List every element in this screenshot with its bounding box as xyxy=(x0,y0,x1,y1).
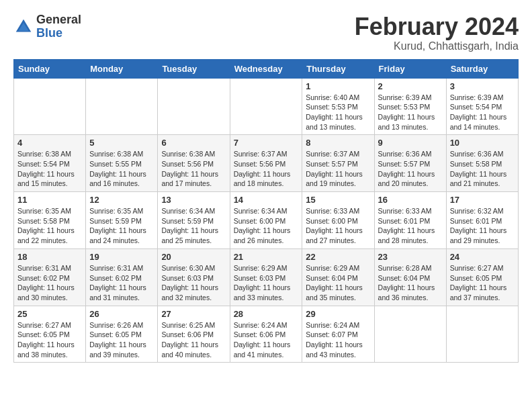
calendar-header-friday: Friday xyxy=(374,59,446,78)
day-info: Sunrise: 6:29 AM Sunset: 6:03 PM Dayligh… xyxy=(234,263,299,303)
day-info: Sunrise: 6:28 AM Sunset: 6:04 PM Dayligh… xyxy=(378,263,443,303)
logo-blue-text: Blue xyxy=(36,27,81,40)
calendar-cell xyxy=(446,306,518,363)
calendar-week-3: 11Sunrise: 6:35 AM Sunset: 5:58 PM Dayli… xyxy=(14,192,519,249)
calendar-cell xyxy=(230,78,302,135)
day-number: 7 xyxy=(234,138,299,148)
day-number: 10 xyxy=(450,138,515,148)
day-info: Sunrise: 6:33 AM Sunset: 6:01 PM Dayligh… xyxy=(378,206,443,246)
calendar-cell: 13Sunrise: 6:34 AM Sunset: 5:59 PM Dayli… xyxy=(158,192,230,249)
calendar-week-5: 25Sunrise: 6:27 AM Sunset: 6:05 PM Dayli… xyxy=(14,306,519,363)
day-number: 28 xyxy=(234,309,299,319)
day-info: Sunrise: 6:36 AM Sunset: 5:58 PM Dayligh… xyxy=(450,149,515,189)
day-number: 6 xyxy=(161,138,226,148)
day-info: Sunrise: 6:38 AM Sunset: 5:56 PM Dayligh… xyxy=(161,149,226,189)
day-number: 22 xyxy=(306,252,370,262)
day-info: Sunrise: 6:31 AM Sunset: 6:02 PM Dayligh… xyxy=(17,263,82,303)
day-number: 13 xyxy=(161,195,226,205)
logo-text: General Blue xyxy=(36,13,81,40)
calendar-cell xyxy=(374,306,446,363)
calendar-cell xyxy=(14,78,86,135)
day-info: Sunrise: 6:26 AM Sunset: 6:05 PM Dayligh… xyxy=(89,320,154,360)
calendar-cell: 23Sunrise: 6:28 AM Sunset: 6:04 PM Dayli… xyxy=(374,248,446,306)
calendar-cell: 4Sunrise: 6:38 AM Sunset: 5:54 PM Daylig… xyxy=(14,135,86,192)
day-number: 17 xyxy=(450,195,515,205)
day-info: Sunrise: 6:38 AM Sunset: 5:54 PM Dayligh… xyxy=(17,149,82,189)
day-info: Sunrise: 6:40 AM Sunset: 5:53 PM Dayligh… xyxy=(306,93,370,132)
logo-icon xyxy=(13,17,34,37)
day-number: 4 xyxy=(17,138,82,148)
day-number: 1 xyxy=(306,81,370,91)
day-number: 19 xyxy=(89,252,154,262)
calendar-cell: 16Sunrise: 6:33 AM Sunset: 6:01 PM Dayli… xyxy=(374,192,446,249)
title-area: February 2024 Kurud, Chhattisgarh, India xyxy=(355,13,519,52)
day-info: Sunrise: 6:29 AM Sunset: 6:04 PM Dayligh… xyxy=(306,263,370,303)
calendar-table: SundayMondayTuesdayWednesdayThursdayFrid… xyxy=(13,59,519,363)
calendar-cell: 12Sunrise: 6:35 AM Sunset: 5:59 PM Dayli… xyxy=(86,192,158,249)
day-info: Sunrise: 6:24 AM Sunset: 6:07 PM Dayligh… xyxy=(306,320,370,360)
calendar-header-monday: Monday xyxy=(86,59,158,78)
day-info: Sunrise: 6:34 AM Sunset: 6:00 PM Dayligh… xyxy=(234,206,299,246)
day-number: 24 xyxy=(450,252,515,262)
calendar-header-saturday: Saturday xyxy=(446,59,518,78)
day-info: Sunrise: 6:37 AM Sunset: 5:56 PM Dayligh… xyxy=(234,149,299,189)
calendar-header-sunday: Sunday xyxy=(14,59,86,78)
calendar-cell: 8Sunrise: 6:37 AM Sunset: 5:57 PM Daylig… xyxy=(302,135,374,192)
calendar-cell xyxy=(86,78,158,135)
calendar-cell: 26Sunrise: 6:26 AM Sunset: 6:05 PM Dayli… xyxy=(86,306,158,363)
calendar-header-wednesday: Wednesday xyxy=(230,59,302,78)
calendar-cell: 2Sunrise: 6:39 AM Sunset: 5:53 PM Daylig… xyxy=(374,78,446,135)
day-number: 9 xyxy=(378,138,443,148)
day-info: Sunrise: 6:37 AM Sunset: 5:57 PM Dayligh… xyxy=(306,149,370,189)
calendar-cell: 25Sunrise: 6:27 AM Sunset: 6:05 PM Dayli… xyxy=(14,306,86,363)
location-subtitle: Kurud, Chhattisgarh, India xyxy=(355,40,519,52)
day-info: Sunrise: 6:39 AM Sunset: 5:54 PM Dayligh… xyxy=(450,93,515,132)
calendar-cell: 29Sunrise: 6:24 AM Sunset: 6:07 PM Dayli… xyxy=(302,306,374,363)
day-number: 2 xyxy=(378,81,443,91)
calendar-cell: 6Sunrise: 6:38 AM Sunset: 5:56 PM Daylig… xyxy=(158,135,230,192)
day-info: Sunrise: 6:34 AM Sunset: 5:59 PM Dayligh… xyxy=(161,206,226,246)
day-info: Sunrise: 6:39 AM Sunset: 5:53 PM Dayligh… xyxy=(378,93,443,132)
calendar-cell: 5Sunrise: 6:38 AM Sunset: 5:55 PM Daylig… xyxy=(86,135,158,192)
day-number: 23 xyxy=(378,252,443,262)
calendar-cell: 3Sunrise: 6:39 AM Sunset: 5:54 PM Daylig… xyxy=(446,78,518,135)
day-number: 29 xyxy=(306,309,370,319)
day-number: 16 xyxy=(378,195,443,205)
day-number: 11 xyxy=(17,195,82,205)
calendar-cell: 20Sunrise: 6:30 AM Sunset: 6:03 PM Dayli… xyxy=(158,248,230,306)
day-info: Sunrise: 6:32 AM Sunset: 6:01 PM Dayligh… xyxy=(450,206,515,246)
calendar-cell: 9Sunrise: 6:36 AM Sunset: 5:57 PM Daylig… xyxy=(374,135,446,192)
day-info: Sunrise: 6:27 AM Sunset: 6:05 PM Dayligh… xyxy=(17,320,82,360)
day-number: 25 xyxy=(17,309,82,319)
calendar-cell: 28Sunrise: 6:24 AM Sunset: 6:06 PM Dayli… xyxy=(230,306,302,363)
month-title: February 2024 xyxy=(355,13,519,40)
calendar-cell: 10Sunrise: 6:36 AM Sunset: 5:58 PM Dayli… xyxy=(446,135,518,192)
calendar-cell: 21Sunrise: 6:29 AM Sunset: 6:03 PM Dayli… xyxy=(230,248,302,306)
calendar-week-2: 4Sunrise: 6:38 AM Sunset: 5:54 PM Daylig… xyxy=(14,135,519,192)
day-number: 14 xyxy=(234,195,299,205)
calendar-week-4: 18Sunrise: 6:31 AM Sunset: 6:02 PM Dayli… xyxy=(14,248,519,306)
day-number: 3 xyxy=(450,81,515,91)
day-info: Sunrise: 6:31 AM Sunset: 6:02 PM Dayligh… xyxy=(89,263,154,303)
calendar-cell: 14Sunrise: 6:34 AM Sunset: 6:00 PM Dayli… xyxy=(230,192,302,249)
calendar-cell: 17Sunrise: 6:32 AM Sunset: 6:01 PM Dayli… xyxy=(446,192,518,249)
calendar-cell: 19Sunrise: 6:31 AM Sunset: 6:02 PM Dayli… xyxy=(86,248,158,306)
day-info: Sunrise: 6:35 AM Sunset: 5:59 PM Dayligh… xyxy=(89,206,154,246)
day-info: Sunrise: 6:38 AM Sunset: 5:55 PM Dayligh… xyxy=(89,149,154,189)
day-number: 15 xyxy=(306,195,370,205)
calendar-cell: 1Sunrise: 6:40 AM Sunset: 5:53 PM Daylig… xyxy=(302,78,374,135)
calendar-cell: 7Sunrise: 6:37 AM Sunset: 5:56 PM Daylig… xyxy=(230,135,302,192)
day-number: 5 xyxy=(89,138,154,148)
day-number: 8 xyxy=(306,138,370,148)
calendar-header-row: SundayMondayTuesdayWednesdayThursdayFrid… xyxy=(14,59,519,78)
day-info: Sunrise: 6:27 AM Sunset: 6:05 PM Dayligh… xyxy=(450,263,515,303)
day-number: 27 xyxy=(161,309,226,319)
header: General Blue February 2024 Kurud, Chhatt… xyxy=(13,13,519,52)
calendar-cell: 22Sunrise: 6:29 AM Sunset: 6:04 PM Dayli… xyxy=(302,248,374,306)
day-number: 20 xyxy=(161,252,226,262)
calendar-cell: 24Sunrise: 6:27 AM Sunset: 6:05 PM Dayli… xyxy=(446,248,518,306)
day-info: Sunrise: 6:33 AM Sunset: 6:00 PM Dayligh… xyxy=(306,206,370,246)
logo-general-text: General xyxy=(36,13,81,27)
calendar-cell: 18Sunrise: 6:31 AM Sunset: 6:02 PM Dayli… xyxy=(14,248,86,306)
day-number: 12 xyxy=(89,195,154,205)
